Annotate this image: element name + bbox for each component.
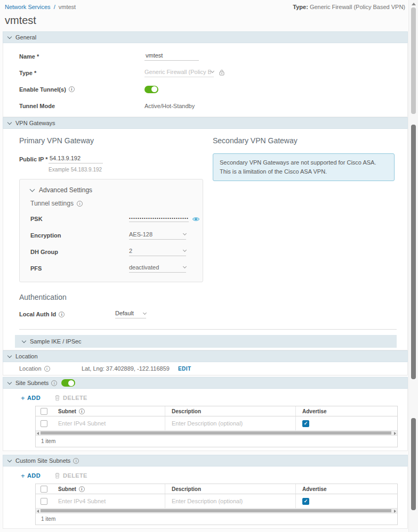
select-all-checkbox[interactable]: [41, 408, 47, 415]
site-subnets-body: + ADD DELETE Subnet Description Advertis…: [3, 389, 408, 451]
advertise-checkbox[interactable]: [302, 420, 309, 427]
info-icon: [79, 486, 85, 492]
site-subnets-toggle[interactable]: [61, 379, 75, 387]
info-icon: [59, 312, 65, 317]
location-value: Lat, Lng: 37.402889, -122.116859: [82, 365, 170, 372]
row-checkbox[interactable]: [41, 420, 47, 427]
subnet-input[interactable]: [58, 498, 159, 504]
name-input[interactable]: [144, 52, 199, 61]
section-header-location[interactable]: Location: [3, 350, 408, 362]
breadcrumb-separator: /: [54, 4, 55, 10]
public-ip-label: Public IP *: [19, 156, 49, 162]
info-icon: [79, 408, 85, 414]
section-header-site-subnets[interactable]: Site Subnets: [3, 377, 408, 389]
name-row: Name *: [19, 48, 407, 64]
breadcrumb-current: vmtest: [59, 4, 76, 10]
chevron-down-icon: [7, 34, 12, 38]
sample-ike-header[interactable]: Sample IKE / IPSec: [15, 335, 397, 348]
advanced-settings-panel: Advanced Settings Tunnel settings PSK ••…: [19, 179, 203, 282]
scroll-up-arrow[interactable]: [412, 3, 416, 5]
row-checkbox[interactable]: [41, 498, 47, 505]
psk-input[interactable]: ••••••••••••••••••••••••••••: [129, 216, 189, 222]
pfs-select[interactable]: deactivated: [129, 264, 186, 273]
vpn-body: Primary VPN Gateway Public IP * Example …: [3, 129, 408, 350]
site-subnets-table: Subnet Description Advertise: [35, 406, 398, 447]
pfs-label: PFS: [30, 265, 129, 272]
edit-location-button[interactable]: EDIT: [178, 366, 191, 372]
custom-site-subnets-table: Subnet Description Advertise: [35, 484, 398, 525]
chevron-down-icon: [30, 187, 35, 192]
select-all-checkbox[interactable]: [41, 486, 47, 493]
vertical-scrollbar[interactable]: [408, 0, 418, 532]
location-row-label: Location: [19, 365, 82, 372]
table-header-row: Subnet Description Advertise: [36, 406, 397, 416]
secondary-gateway-column: Secondary VPN Gateway Secondary VPN Gate…: [213, 135, 397, 282]
type-info-label: Type:: [293, 4, 308, 10]
advanced-settings-header[interactable]: Advanced Settings: [30, 184, 203, 197]
delete-subnet-button: DELETE: [54, 395, 87, 401]
chevron-down-icon: [22, 338, 26, 342]
top-bar: Network Services / vmtest Type: Generic …: [0, 0, 418, 10]
enable-tunnels-label: Enable Tunnel(s): [19, 86, 144, 93]
chevron-down-icon: [7, 353, 12, 357]
local-auth-select[interactable]: Default: [115, 310, 146, 318]
horizontal-scrollbar[interactable]: [36, 431, 397, 436]
info-icon: [73, 458, 79, 464]
psk-label: PSK: [30, 216, 129, 222]
type-label: Type *: [19, 70, 144, 76]
tunnel-settings-label: Tunnel settings: [30, 197, 203, 210]
tunnel-mode-label: Tunnel Mode: [19, 103, 144, 109]
info-icon: [69, 86, 75, 92]
advertise-column-header: Advertise: [296, 486, 397, 492]
dh-group-select[interactable]: 2: [129, 248, 186, 256]
plus-icon: +: [21, 394, 25, 402]
general-body: Name * Type * Generic Firewall (Policy B…: [3, 43, 408, 117]
section-header-general[interactable]: General: [3, 31, 408, 43]
delete-custom-subnet-button: DELETE: [54, 472, 87, 479]
advertise-checkbox[interactable]: [302, 498, 309, 505]
subnet-input[interactable]: [58, 420, 159, 427]
scroll-left-arrow[interactable]: [37, 510, 39, 513]
description-input[interactable]: [172, 498, 289, 504]
subnet-column-header: Subnet: [52, 406, 165, 416]
scrollbar-thumb[interactable]: [41, 431, 391, 435]
dh-group-row: DH Group 2: [30, 243, 203, 260]
scroll-left-arrow[interactable]: [37, 432, 39, 435]
public-ip-row: Public IP *: [19, 153, 213, 165]
section-location: Location Location Lat, Lng: 37.402889, -…: [3, 350, 408, 375]
table-row: [36, 494, 397, 509]
breadcrumb-link-network-services[interactable]: Network Services: [5, 4, 51, 10]
section-header-vpn-gateways[interactable]: VPN Gateways: [3, 117, 408, 129]
table-header-row: Subnet Description Advertise: [36, 484, 397, 494]
type-select: Generic Firewall (Policy Base: [144, 69, 214, 77]
page-title: vmtest: [5, 14, 418, 27]
add-custom-subnet-button[interactable]: + ADD: [21, 472, 41, 480]
location-body: Location Lat, Lng: 37.402889, -122.11685…: [3, 362, 408, 375]
encryption-select[interactable]: AES-128: [129, 231, 186, 240]
section-custom-site-subnets: Custom Site Subnets + ADD DELETE Subnet: [3, 455, 408, 529]
scrollbar-thumb[interactable]: [41, 509, 391, 512]
scroll-right-arrow[interactable]: [394, 510, 396, 513]
trash-icon: [54, 395, 60, 401]
local-auth-row: Local Auth Id Default: [19, 308, 397, 321]
scroll-right-arrow[interactable]: [394, 432, 396, 435]
psk-row: PSK ••••••••••••••••••••••••••••: [30, 210, 203, 227]
enable-tunnels-toggle[interactable]: [144, 86, 158, 93]
table-footer: 1 item: [36, 513, 397, 525]
section-general: General Name * Type * Generic Firewall (…: [3, 31, 408, 117]
description-input[interactable]: [172, 420, 289, 427]
breadcrumb: Network Services / vmtest: [5, 4, 76, 10]
main-content: General Name * Type * Generic Firewall (…: [3, 31, 408, 529]
section-header-custom-site-subnets[interactable]: Custom Site Subnets: [3, 455, 408, 466]
enable-tunnels-row: Enable Tunnel(s): [19, 81, 407, 97]
scrollbar-thumb[interactable]: [411, 7, 416, 114]
scrollbar-thumb[interactable]: [411, 125, 416, 379]
eye-icon[interactable]: [192, 214, 200, 224]
scrollbar-thumb[interactable]: [411, 418, 416, 510]
chevron-down-icon: [183, 232, 187, 235]
horizontal-scrollbar[interactable]: [36, 509, 397, 513]
chevron-down-icon: [7, 380, 12, 384]
section-title: Location: [15, 353, 38, 359]
public-ip-input[interactable]: [49, 155, 103, 163]
add-subnet-button[interactable]: + ADD: [21, 394, 41, 402]
